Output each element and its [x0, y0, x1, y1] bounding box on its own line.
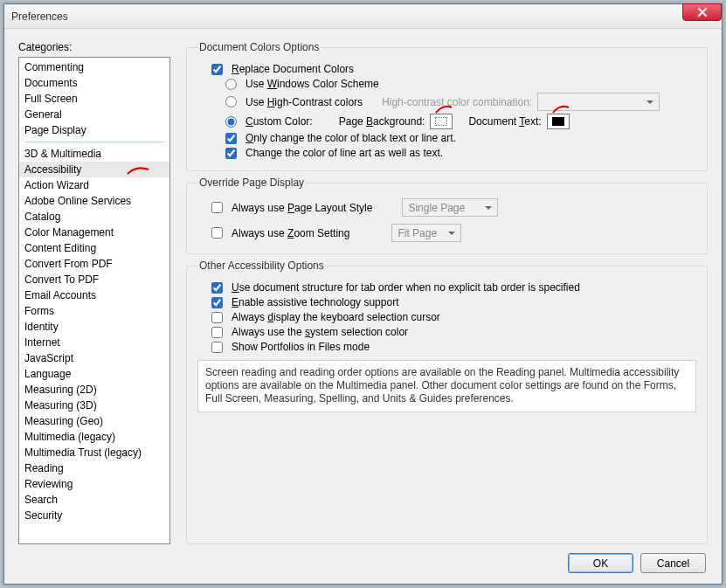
combo-zoom[interactable]: Fit Page [391, 224, 461, 242]
category-item[interactable]: Action Wizard [19, 177, 169, 193]
category-item[interactable]: Language [19, 366, 169, 382]
label-page-background: Page Background: [339, 115, 425, 128]
annotation-mark-icon [126, 163, 150, 176]
label-portfolios: Show Portfolios in Files mode [232, 341, 370, 353]
category-item[interactable]: Reviewing [19, 476, 169, 492]
group-legend: Override Page Display [197, 176, 306, 189]
label-high-contrast: Use High-Contrast colors [245, 96, 363, 108]
label-document-text: Document Text: [468, 115, 541, 128]
label-page-layout: Always use Page Layout Style [232, 202, 372, 214]
combo-high-contrast[interactable] [537, 93, 660, 111]
group-other-accessibility: Other Accessibility Options Use document… [186, 259, 708, 544]
dialog-buttons: OK Cancel [18, 553, 708, 573]
label-assistive: Enable assistive technology support [232, 296, 398, 308]
category-item[interactable]: Search [19, 492, 169, 508]
category-item[interactable]: Content Editing [19, 240, 169, 256]
category-item[interactable]: Forms [19, 303, 169, 319]
category-item[interactable]: Page Display [19, 122, 169, 138]
category-item[interactable]: Security [19, 508, 169, 523]
radio-windows-scheme[interactable] [225, 79, 237, 90]
category-item[interactable]: Multimedia (legacy) [19, 429, 169, 445]
category-item[interactable]: 3D & Multimedia [19, 146, 169, 162]
label-change-lineart: Change the color of line art as well as … [245, 147, 443, 159]
dialog-body: Categories: CommentingDocumentsFull Scre… [4, 29, 722, 584]
label-replace-colors: Replace Document Colors [232, 63, 354, 75]
categories-label: Categories: [18, 41, 170, 53]
checkbox-page-layout[interactable] [211, 202, 223, 213]
checkbox-replace-colors[interactable] [211, 64, 223, 75]
category-item[interactable]: Adobe Online Services [19, 193, 169, 209]
category-separator [24, 142, 164, 142]
settings-panel: Document Colors Options Replace Document… [186, 41, 708, 544]
categories-list[interactable]: CommentingDocumentsFull ScreenGeneralPag… [18, 57, 170, 544]
info-text: Screen reading and reading order options… [197, 360, 696, 412]
category-item[interactable]: General [19, 107, 169, 122]
close-icon [697, 7, 708, 17]
category-item[interactable]: JavaScript [19, 350, 169, 366]
label-custom-color: Custom Color: [245, 115, 313, 128]
category-item[interactable]: Email Accounts [19, 287, 169, 303]
label-tab-order: Use document structure for tab order whe… [232, 281, 580, 294]
label-zoom: Always use Zoom Setting [232, 227, 349, 239]
category-item[interactable]: Documents [19, 75, 169, 91]
cancel-button[interactable]: Cancel [640, 553, 706, 573]
label-windows-scheme: Use Windows Color Scheme [245, 78, 379, 90]
checkbox-only-black[interactable] [225, 133, 237, 144]
group-override-display: Override Page Display Always use Page La… [186, 176, 708, 254]
label-kb-cursor: Always display the keyboard selection cu… [232, 311, 440, 323]
group-legend: Document Colors Options [197, 41, 321, 53]
category-item[interactable]: Identity [19, 319, 169, 335]
category-item[interactable]: Measuring (3D) [19, 398, 169, 413]
titlebar: Preferences [4, 4, 722, 29]
combo-page-layout[interactable]: Single Page [402, 198, 498, 217]
checkbox-change-lineart[interactable] [225, 148, 237, 159]
checkbox-portfolios[interactable] [211, 342, 223, 353]
ok-button[interactable]: OK [568, 553, 633, 573]
group-legend: Other Accessibility Options [197, 259, 326, 272]
checkbox-kb-cursor[interactable] [211, 312, 223, 323]
category-item[interactable]: Reading [19, 460, 169, 476]
category-item[interactable]: Convert To PDF [19, 272, 169, 287]
window-title: Preferences [11, 10, 68, 23]
label-only-black: Only change the color of black text or l… [245, 132, 456, 144]
swatch-page-background[interactable] [430, 114, 453, 129]
categories-panel: Categories: CommentingDocumentsFull Scre… [18, 41, 170, 544]
category-item[interactable]: Color Management [19, 225, 169, 240]
checkbox-assistive[interactable] [211, 297, 223, 308]
radio-high-contrast[interactable] [225, 96, 237, 107]
label-sys-sel: Always use the system selection color [232, 326, 408, 338]
category-item[interactable]: Measuring (Geo) [19, 413, 169, 429]
preferences-window: Preferences Categories: CommentingDocume… [3, 3, 723, 585]
checkbox-zoom[interactable] [211, 227, 223, 239]
checkbox-sys-sel[interactable] [211, 327, 223, 338]
category-item[interactable]: Full Screen [19, 91, 169, 107]
category-item[interactable]: Commenting [19, 59, 169, 75]
group-document-colors: Document Colors Options Replace Document… [186, 41, 708, 171]
label-hc-combo: High-contrast color combination: [382, 96, 532, 108]
close-button[interactable] [682, 3, 722, 21]
category-item[interactable]: Multimedia Trust (legacy) [19, 445, 169, 460]
radio-custom-color[interactable] [225, 116, 237, 128]
category-item[interactable]: Measuring (2D) [19, 382, 169, 398]
category-item[interactable]: Convert From PDF [19, 256, 169, 272]
category-item[interactable]: Accessibility [19, 162, 169, 177]
checkbox-tab-order[interactable] [211, 282, 223, 294]
swatch-document-text[interactable] [547, 114, 570, 129]
category-item[interactable]: Internet [19, 335, 169, 350]
category-item[interactable]: Catalog [19, 209, 169, 225]
